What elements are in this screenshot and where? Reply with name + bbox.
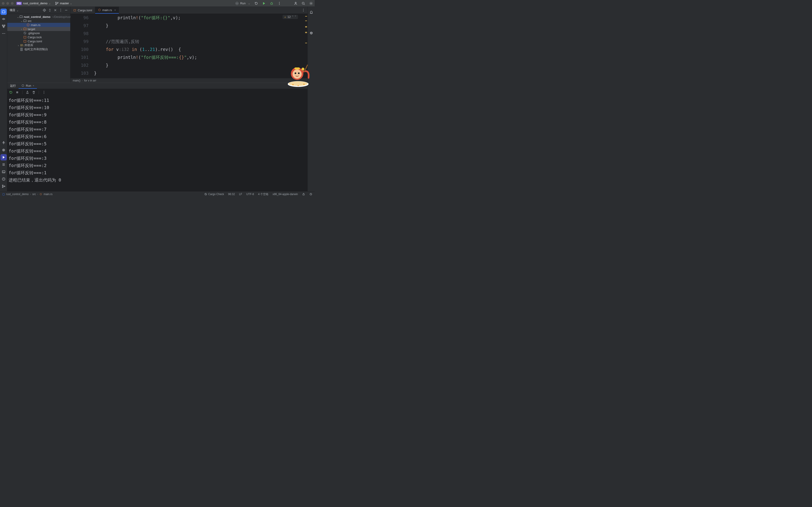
- settings-icon[interactable]: [309, 2, 313, 5]
- stop-icon[interactable]: [15, 91, 19, 94]
- tree-gitignore[interactable]: .gitignore: [7, 31, 70, 35]
- git-tool-icon[interactable]: [0, 183, 7, 189]
- minimize-window-icon[interactable]: [6, 2, 9, 5]
- svg-point-22: [2, 185, 3, 186]
- close-icon[interactable]: [53, 8, 57, 12]
- console-line: for循环反转===:9: [9, 111, 306, 118]
- rust-file-icon: [98, 8, 101, 11]
- breadcrumb-item[interactable]: main(): [73, 79, 81, 82]
- navigation-breadcrumb[interactable]: ▢ rust_control_demo › src › main.rs: [2, 192, 53, 196]
- svg-point-27: [311, 33, 312, 33]
- cargo-icon: [73, 9, 77, 12]
- close-icon[interactable]: ×: [33, 84, 35, 88]
- svg-point-17: [3, 33, 4, 34]
- svg-point-7: [279, 3, 280, 4]
- more-icon[interactable]: [42, 91, 46, 94]
- commit-tool-icon[interactable]: [0, 16, 7, 22]
- clear-icon[interactable]: [32, 91, 36, 94]
- build-tool-icon[interactable]: [0, 147, 7, 153]
- debug-icon[interactable]: [270, 2, 273, 5]
- tree-root[interactable]: ⌄ rust_control_demo ~/Desktop/rust_contr…: [7, 15, 70, 19]
- close-icon[interactable]: ×: [114, 8, 116, 12]
- run-config-selector[interactable]: Run ⌄: [235, 2, 250, 5]
- expand-all-icon[interactable]: [48, 8, 52, 12]
- cargo-check-status[interactable]: Cargo Check: [204, 192, 224, 196]
- heap-indicator[interactable]: [309, 192, 312, 196]
- code-line: }: [94, 22, 307, 30]
- svg-point-46: [44, 92, 44, 93]
- tree-label: target: [28, 27, 35, 31]
- bookmarks-tool-icon[interactable]: [0, 139, 7, 146]
- line-number: 98: [70, 30, 89, 38]
- svg-point-4: [237, 3, 238, 4]
- run-config-label: Run: [26, 84, 31, 88]
- tree-cargo-toml[interactable]: Cargo.toml: [7, 39, 70, 43]
- ai-assistant-icon[interactable]: [308, 30, 314, 36]
- svg-point-24: [4, 186, 5, 187]
- chevron-down-icon: ⌄: [48, 2, 51, 5]
- run-tab[interactable]: 运行: [7, 83, 18, 89]
- more-icon[interactable]: [59, 8, 62, 12]
- collapse-icon[interactable]: [64, 8, 68, 12]
- structure-tool-icon[interactable]: [0, 23, 7, 30]
- library-icon: [20, 44, 23, 47]
- tree-src[interactable]: ⌄ src: [7, 19, 70, 23]
- cursor-position[interactable]: 96:32: [228, 192, 235, 196]
- console-line: for循环反转===:8: [9, 118, 306, 126]
- breadcrumb-item[interactable]: for v in arr: [84, 79, 96, 82]
- line-number: 96: [70, 14, 89, 22]
- rerun-icon[interactable]: [254, 2, 258, 5]
- console-line: for循环反转===:3: [9, 155, 306, 162]
- project-tool-icon[interactable]: [0, 9, 7, 15]
- run-tool-icon[interactable]: [0, 154, 7, 161]
- marker-bar[interactable]: [305, 14, 307, 78]
- tree-target[interactable]: › target: [7, 27, 70, 31]
- locate-icon[interactable]: [43, 8, 46, 12]
- more-tools-icon[interactable]: [0, 30, 7, 37]
- rust-target[interactable]: x86_64-apple-darwin: [272, 192, 298, 196]
- chevron-down-icon[interactable]: ˅: [295, 15, 296, 18]
- console-output[interactable]: for循环反转===:11for循环反转===:10for循环反转===:9fo…: [7, 96, 307, 191]
- more-icon[interactable]: [277, 2, 281, 5]
- warning-icon: ⚠: [284, 15, 286, 18]
- search-icon[interactable]: [302, 2, 305, 5]
- svg-point-28: [43, 9, 46, 11]
- code-area[interactable]: 96 97 98 99 100 101 102 103 println!("fo…: [70, 14, 307, 78]
- svg-point-43: [22, 84, 24, 87]
- tab-label: Cargo.toml: [78, 9, 92, 12]
- line-separator[interactable]: LF: [239, 192, 242, 196]
- chevron-up-icon[interactable]: ˄: [292, 15, 293, 18]
- tab-main-rs[interactable]: main.rs ×: [95, 7, 119, 13]
- run-config-tab[interactable]: Run ×: [18, 83, 37, 89]
- rerun-icon[interactable]: [9, 91, 13, 94]
- more-icon[interactable]: [302, 8, 305, 12]
- close-window-icon[interactable]: [2, 2, 5, 5]
- project-selector[interactable]: RD rust_control_demo ⌄: [16, 2, 51, 5]
- svg-rect-15: [3, 27, 4, 27]
- todo-tool-icon[interactable]: [0, 161, 7, 168]
- separator: [39, 91, 39, 94]
- tree-cargo-lock[interactable]: Cargo.lock: [7, 35, 70, 39]
- code-with-me-icon[interactable]: [294, 2, 298, 5]
- inspections-widget[interactable]: ⚠ 12 ˄ ˅: [283, 15, 298, 19]
- file-encoding[interactable]: UTF-8: [246, 192, 254, 196]
- indent-settings[interactable]: 4 个空格: [258, 192, 268, 196]
- problems-tool-icon[interactable]: [0, 176, 7, 182]
- tree-scratches[interactable]: 临时文件和控制台: [7, 47, 70, 51]
- tree-external-libs[interactable]: › 外部库: [7, 43, 70, 47]
- chevron-right-icon: ›: [30, 192, 31, 196]
- git-branch-selector[interactable]: master ⌄: [55, 2, 72, 5]
- soft-wrap-icon[interactable]: [26, 91, 29, 94]
- code-content: println!("for循环:{}",v); } //范围遍历,反转 for …: [94, 14, 307, 78]
- readonly-icon[interactable]: [302, 192, 305, 196]
- notifications-icon[interactable]: [308, 9, 314, 15]
- crumb: main.rs: [44, 192, 52, 196]
- tab-cargo-toml[interactable]: Cargo.toml: [70, 7, 95, 13]
- chevron-down-icon[interactable]: ⌄: [16, 9, 19, 12]
- zoom-window-icon[interactable]: [11, 2, 14, 5]
- console-line: for循环反转===:4: [9, 147, 306, 155]
- run-icon[interactable]: [262, 2, 266, 5]
- terminal-tool-icon[interactable]: [0, 169, 7, 175]
- svg-point-6: [279, 2, 280, 2]
- tree-main-rs[interactable]: main.rs: [7, 23, 70, 27]
